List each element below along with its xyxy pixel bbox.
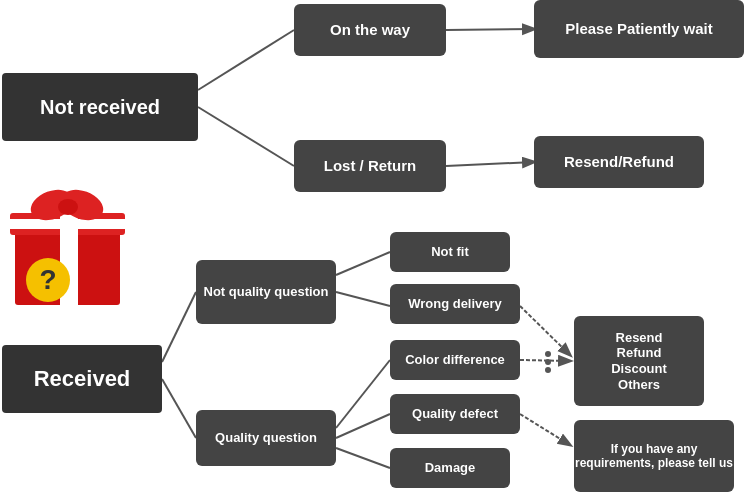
color-diff-node: Color difference <box>390 340 520 380</box>
svg-point-23 <box>58 199 78 215</box>
svg-line-8 <box>336 360 390 428</box>
svg-line-11 <box>520 306 570 355</box>
svg-line-4 <box>162 292 196 362</box>
svg-line-0 <box>198 30 294 90</box>
flowchart: ? Not received On the way Please Patient… <box>0 0 750 500</box>
svg-point-16 <box>545 367 551 373</box>
svg-point-14 <box>545 351 551 357</box>
resend-options-node: Resend Refund Discount Others <box>574 316 704 406</box>
not-quality-node: Not quality question <box>196 260 336 324</box>
svg-line-7 <box>336 292 390 306</box>
svg-line-5 <box>162 379 196 438</box>
not-fit-node: Not fit <box>390 232 510 272</box>
quality-defect-node: Quality defect <box>390 394 520 434</box>
not-received-node: Not received <box>2 73 198 141</box>
requirements-node: If you have any requirements, please tel… <box>574 420 734 492</box>
on-the-way-node: On the way <box>294 4 446 56</box>
damage-node: Damage <box>390 448 510 488</box>
svg-line-13 <box>520 414 570 445</box>
lost-return-node: Lost / Return <box>294 140 446 192</box>
svg-point-15 <box>545 359 551 365</box>
please-wait-node: Please Patiently wait <box>534 0 744 58</box>
svg-line-3 <box>446 162 534 166</box>
resend-refund-top-node: Resend/Refund <box>534 136 704 188</box>
svg-line-1 <box>198 107 294 166</box>
svg-line-2 <box>446 29 534 30</box>
svg-line-10 <box>336 448 390 468</box>
wrong-delivery-node: Wrong delivery <box>390 284 520 324</box>
gift-box-image: ? <box>10 185 130 305</box>
svg-line-9 <box>336 414 390 438</box>
received-node: Received <box>2 345 162 413</box>
svg-line-12 <box>520 360 570 361</box>
svg-text:?: ? <box>39 264 56 295</box>
quality-question-node: Quality question <box>196 410 336 466</box>
svg-rect-20 <box>10 219 125 229</box>
svg-line-6 <box>336 252 390 275</box>
